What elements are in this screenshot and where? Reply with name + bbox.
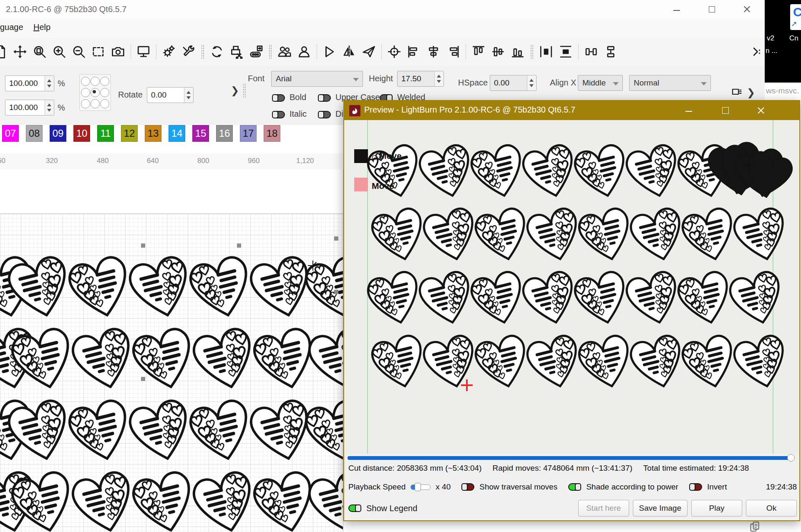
rotate-spinbox[interactable]: 0.00: [147, 87, 194, 103]
laser-machine-icon[interactable]: [249, 45, 263, 59]
align-middle-icon[interactable]: [491, 45, 505, 59]
anchor-ml[interactable]: [81, 88, 90, 97]
italic-toggle[interactable]: [272, 111, 285, 118]
selection-handle[interactable]: [141, 377, 145, 381]
upper-case-toggle[interactable]: [318, 94, 331, 102]
panel-mini-icon[interactable]: [731, 87, 743, 98]
zoom-out-icon[interactable]: [72, 45, 86, 59]
sync-refresh-icon[interactable]: [210, 45, 224, 59]
palette-swatch-08[interactable]: 08: [26, 125, 43, 142]
align-center-vertical-icon[interactable]: [426, 45, 441, 59]
palette-swatch-12[interactable]: 12: [121, 125, 138, 142]
playback-progress-handle[interactable]: [787, 454, 795, 462]
font-combo[interactable]: Arial: [271, 71, 363, 87]
distribute-vertical-icon[interactable]: [559, 45, 573, 59]
send-to-laser-icon[interactable]: [362, 45, 376, 59]
users-icon[interactable]: [277, 45, 292, 59]
invert-toggle[interactable]: [689, 483, 702, 491]
save-image-button[interactable]: Save Image: [633, 500, 688, 517]
align-bottom-icon[interactable]: [511, 45, 525, 59]
preview-maximize-button[interactable]: [716, 104, 735, 117]
playback-progress-bar[interactable]: [348, 456, 791, 460]
selection-handle[interactable]: [237, 243, 241, 248]
equal-space-horizontal-icon[interactable]: [584, 45, 598, 59]
camera-icon[interactable]: [111, 45, 125, 59]
move-tool-icon[interactable]: [13, 45, 27, 59]
scale-x-spin-arrows[interactable]: [45, 76, 54, 91]
palette-swatch-17[interactable]: 17: [240, 125, 257, 142]
home-target-icon[interactable]: [387, 45, 401, 59]
align-x-combo[interactable]: Middle: [578, 75, 623, 91]
anchor-tl[interactable]: [81, 77, 90, 86]
palette-swatch-18[interactable]: 18: [264, 125, 280, 142]
rotate-spin-arrows[interactable]: [184, 88, 193, 103]
document-icon[interactable]: [0, 45, 8, 59]
align-left-icon[interactable]: [407, 45, 421, 59]
playback-speed-slider[interactable]: [411, 484, 431, 490]
palette-swatch-09[interactable]: 09: [50, 125, 66, 142]
selection-handle[interactable]: [334, 236, 338, 241]
height-spinbox[interactable]: 17.50: [397, 71, 444, 87]
minimize-button[interactable]: [668, 3, 687, 16]
text-style-combo[interactable]: Normal: [629, 75, 711, 91]
desktop-label-v2[interactable]: v2: [767, 34, 774, 43]
distribute-horizontal-icon[interactable]: [539, 45, 553, 59]
selection-handle[interactable]: [334, 290, 338, 294]
hspace-spinbox[interactable]: 0.00: [490, 75, 537, 91]
ok-button[interactable]: Ok: [746, 500, 797, 517]
anchor-br[interactable]: [100, 99, 109, 108]
zoom-in-icon[interactable]: [52, 45, 66, 59]
bold-toggle[interactable]: [272, 94, 285, 102]
print-cut-icon[interactable]: [229, 45, 244, 59]
toolbar-overflow-icon[interactable]: [749, 45, 763, 59]
palette-swatch-16[interactable]: 16: [216, 125, 233, 142]
menu-language[interactable]: guage: [0, 23, 23, 32]
menu-help[interactable]: Help: [33, 23, 50, 32]
palette-swatch-13[interactable]: 13: [145, 125, 161, 142]
align-right-icon[interactable]: [446, 45, 460, 59]
palette-swatch-11[interactable]: 11: [97, 125, 114, 142]
palette-swatch-15[interactable]: 15: [192, 125, 209, 142]
scale-y-spinbox[interactable]: 100.000: [5, 100, 54, 115]
marquee-select-icon[interactable]: [91, 45, 106, 59]
preview-minimize-button[interactable]: [680, 104, 698, 117]
start-here-button[interactable]: Start here: [578, 500, 629, 517]
design-canvas[interactable]: [0, 213, 343, 532]
maximize-button[interactable]: [703, 3, 722, 16]
section-chevron-icon[interactable]: ❯: [747, 87, 755, 98]
height-spin-arrows[interactable]: [434, 71, 443, 86]
anchor-tr[interactable]: [100, 77, 109, 86]
desktop-shortcut-icon[interactable]: C ➚: [790, 4, 801, 30]
desktop-label-cn[interactable]: Cn: [789, 34, 798, 43]
palette-swatch-10[interactable]: 10: [73, 125, 90, 142]
settings-gears-icon[interactable]: [162, 45, 176, 59]
zoom-to-page-icon[interactable]: [33, 45, 47, 59]
preview-viewport[interactable]: Cut Move Move: [345, 120, 799, 454]
selection-handle[interactable]: [141, 243, 145, 248]
palette-swatch-07[interactable]: 07: [2, 125, 19, 142]
monitor-icon[interactable]: [136, 45, 151, 59]
scale-x-spinbox[interactable]: 100.000: [5, 75, 54, 91]
align-top-icon[interactable]: [471, 45, 486, 59]
close-button[interactable]: [738, 3, 757, 16]
palette-swatch-14[interactable]: 14: [169, 125, 185, 142]
section-chevron-icon[interactable]: ❯: [231, 85, 239, 96]
copy-icon[interactable]: [748, 521, 763, 532]
anchor-mc[interactable]: [91, 88, 100, 97]
anchor-mr[interactable]: [100, 88, 109, 97]
scale-y-spin-arrows[interactable]: [45, 100, 54, 115]
shade-power-toggle[interactable]: [568, 483, 581, 491]
distort-toggle[interactable]: [318, 111, 331, 118]
anchor-tc[interactable]: [91, 77, 100, 86]
show-traversal-toggle[interactable]: [461, 483, 474, 491]
play-button[interactable]: Play: [691, 500, 742, 517]
start-run-icon[interactable]: [322, 45, 337, 59]
preview-close-button[interactable]: [752, 104, 770, 117]
anchor-bc[interactable]: [91, 99, 100, 108]
equal-space-vertical-icon[interactable]: [604, 45, 618, 59]
preview-titlebar[interactable]: Preview - LightBurn Pro 2.1.00-RC-6 @ 75…: [344, 101, 799, 120]
tools-wrench-icon[interactable]: [181, 45, 196, 59]
show-legend-toggle[interactable]: [348, 504, 361, 512]
anchor-point-grid[interactable]: [79, 74, 111, 111]
anchor-bl[interactable]: [81, 99, 90, 108]
